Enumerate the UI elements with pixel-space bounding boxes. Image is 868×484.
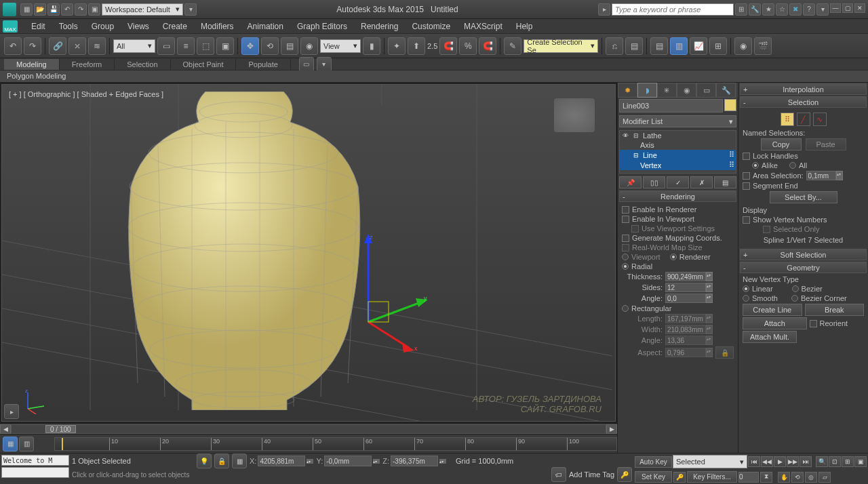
mirror-icon[interactable]: ⎌ [606, 37, 623, 55]
menu-maxscript[interactable]: MAXScript [457, 20, 509, 33]
open-file-icon[interactable]: 📂 [34, 3, 46, 16]
select-region-icon[interactable]: ⬚ [197, 37, 214, 55]
modify-tab-icon[interactable]: ◗ [637, 83, 657, 98]
tab-object-paint[interactable]: Object Paint [171, 59, 237, 70]
vertex-subobj-icon[interactable]: ⠿ [781, 113, 794, 126]
linear-radio[interactable] [743, 285, 749, 292]
timeslider-thumb[interactable]: 0 / 100 [45, 425, 76, 433]
all-radio[interactable] [789, 162, 796, 169]
y-coord-input[interactable] [324, 456, 372, 466]
save-file-icon[interactable]: 💾 [47, 3, 60, 16]
bezier-corner-radio[interactable] [791, 295, 798, 302]
rendering-rollout-header[interactable]: -Rendering [619, 190, 736, 202]
menu-modifiers[interactable]: Modifiers [194, 20, 241, 33]
keyboard-shortcut-icon[interactable]: ⬆ [408, 37, 425, 55]
viewport[interactable]: [ + ] [ Orthographic ] [ Shaded + Edged … [1, 84, 616, 422]
motion-tab-icon[interactable]: ◉ [677, 83, 696, 98]
select-object-icon[interactable]: ▭ [157, 37, 175, 55]
workspace-dropdown[interactable]: Workspace: Default▾ [102, 3, 183, 16]
object-name-input[interactable] [619, 99, 723, 113]
render-setup-icon[interactable]: 🎬 [754, 37, 772, 55]
time-config-icon[interactable]: ⧗ [760, 472, 772, 483]
redo-button[interactable]: ↷ [24, 37, 41, 55]
bezier-radio[interactable] [792, 285, 799, 292]
renderer-radio[interactable] [670, 254, 677, 260]
tab-freeform[interactable]: Freeform [60, 59, 115, 70]
stack-axis[interactable]: Axis [620, 140, 736, 150]
sides-spinner[interactable]: ▴▾ [706, 283, 713, 292]
attach-button[interactable]: Attach [743, 317, 807, 329]
undo-button[interactable]: ↶ [4, 37, 22, 55]
zoom-icon[interactable]: 🔍 [816, 456, 828, 467]
max-logo-icon[interactable]: MAX [3, 20, 18, 33]
area-selection-checkbox[interactable] [743, 172, 750, 180]
play-icon[interactable]: ▶ [774, 456, 786, 467]
menu-animation[interactable]: Animation [241, 20, 290, 33]
edit-named-sel-icon[interactable]: ✎ [504, 37, 521, 55]
align-icon[interactable]: ▤ [625, 37, 643, 55]
help-icon[interactable]: ? [803, 3, 815, 16]
angle-spinner[interactable]: ▴▾ [706, 294, 713, 303]
auto-key-button[interactable]: Auto Key [635, 456, 672, 468]
project-icon[interactable]: ▣ [88, 3, 100, 16]
interpolation-rollout-header[interactable]: +Interpolation [740, 83, 867, 95]
curve-editor-icon[interactable]: 📈 [690, 37, 707, 55]
time-tag-icon[interactable]: 🏷 [551, 467, 566, 482]
field-of-view-icon[interactable]: ▱ [818, 472, 831, 483]
key-filter-dropdown[interactable]: Selected▾ [673, 455, 747, 468]
timeslider-track[interactable]: 0 / 100 [11, 424, 606, 434]
enable-viewport-checkbox[interactable] [622, 216, 629, 223]
angle-input[interactable] [665, 294, 706, 303]
window-crossing-icon[interactable]: ▣ [216, 37, 234, 55]
make-unique-icon[interactable]: ✓ [667, 176, 689, 188]
soft-selection-rollout-header[interactable]: +Soft Selection [740, 249, 867, 260]
smooth-radio[interactable] [743, 295, 749, 302]
enable-renderer-checkbox[interactable] [622, 206, 629, 214]
spline-subobj-icon[interactable]: ∿ [813, 113, 827, 126]
stack-line[interactable]: ⊟Line⠿ [620, 150, 736, 160]
viewport-flyout-icon[interactable]: ▸ [4, 404, 19, 419]
ribbon-toggle-icon[interactable]: ▥ [670, 37, 688, 55]
utilities-tab-icon[interactable]: 🔧 [716, 83, 736, 98]
configure-modifier-icon[interactable]: ▤ [714, 176, 736, 188]
track-bar-icon[interactable]: ▦ [3, 437, 18, 451]
percent-snap-icon[interactable]: 🧲 [479, 37, 496, 55]
copy-sel-button[interactable]: Copy [761, 138, 802, 150]
unlink-icon[interactable]: ⤫ [68, 37, 86, 55]
select-by-button[interactable]: Select By... [770, 191, 837, 203]
menu-views[interactable]: Views [121, 20, 156, 33]
thickness-input[interactable] [665, 272, 706, 281]
move-tool-icon[interactable]: ✥ [241, 37, 259, 55]
lock-handles-checkbox[interactable] [743, 153, 750, 160]
menu-group[interactable]: Group [85, 20, 121, 33]
help-search-input[interactable] [612, 3, 734, 16]
manipulate-icon[interactable]: ✦ [388, 37, 406, 55]
ribbon-minimize-icon[interactable]: ▾ [317, 57, 332, 72]
radial-radio[interactable] [622, 263, 629, 270]
menu-tools[interactable]: Tools [52, 20, 85, 33]
comm-center-icon[interactable]: 🔑 [617, 467, 632, 482]
tab-selection[interactable]: Selection [115, 59, 170, 70]
menu-customize[interactable]: Customize [405, 20, 457, 33]
set-key-button[interactable]: Set Key [635, 471, 672, 483]
create-tab-icon[interactable]: ✹ [618, 83, 637, 98]
exchange-app-icon[interactable]: ✖ [789, 3, 802, 16]
pivot-center-icon[interactable]: ▮ [363, 37, 380, 55]
stack-lathe[interactable]: 👁⊟Lathe [620, 131, 736, 140]
modifier-list-dropdown[interactable]: Modifier List▾ [619, 115, 736, 127]
material-editor-icon[interactable]: ◉ [734, 37, 752, 55]
break-button[interactable]: Break [805, 304, 865, 316]
pan-icon[interactable]: ✋ [778, 472, 790, 483]
ref-coord-dropdown[interactable]: View▾ [320, 39, 361, 53]
tab-modeling[interactable]: Modeling [4, 59, 60, 70]
geometry-rollout-header[interactable]: -Geometry [740, 262, 867, 273]
menu-edit[interactable]: Edit [24, 20, 52, 33]
undo-icon[interactable]: ↶ [61, 3, 73, 16]
curve-view-icon[interactable]: ▥ [19, 437, 34, 451]
menu-graph-editors[interactable]: Graph Editors [290, 20, 354, 33]
selection-filter-dropdown[interactable]: All▾ [113, 39, 155, 53]
ribbon-config-icon[interactable]: ▭ [299, 57, 314, 72]
remove-modifier-icon[interactable]: ✗ [690, 176, 713, 188]
segment-subobj-icon[interactable]: ╱ [797, 113, 810, 126]
goto-start-icon[interactable]: ⏮ [748, 456, 760, 467]
